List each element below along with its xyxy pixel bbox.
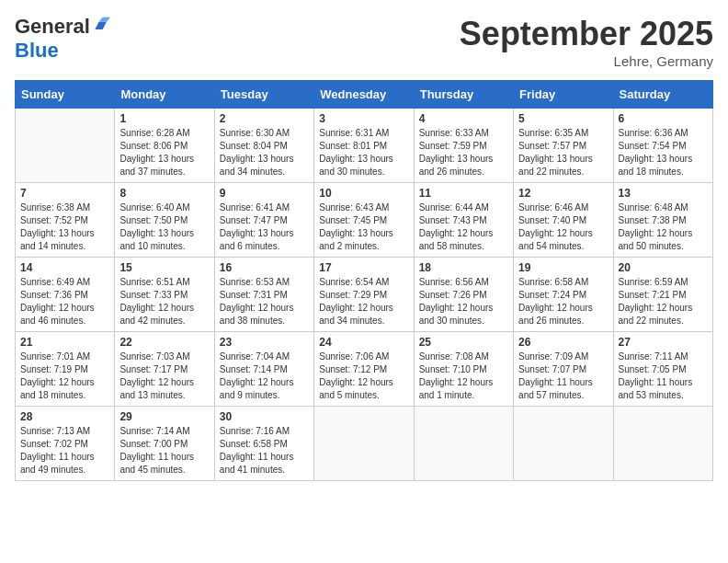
day-info: Sunrise: 6:49 AM Sunset: 7:36 PM Dayligh… <box>20 276 109 327</box>
day-info: Sunrise: 7:01 AM Sunset: 7:19 PM Dayligh… <box>20 350 109 402</box>
day-number: 3 <box>319 112 408 125</box>
calendar-header-row: SundayMondayTuesdayWednesdayThursdayFrid… <box>16 81 713 109</box>
day-info: Sunrise: 6:35 AM Sunset: 7:57 PM Dayligh… <box>518 127 608 178</box>
day-number: 30 <box>220 410 309 423</box>
calendar-header-monday: Monday <box>115 81 214 109</box>
day-number: 23 <box>220 336 309 349</box>
calendar-cell: 19Sunrise: 6:58 AM Sunset: 7:24 PM Dayli… <box>514 258 613 332</box>
day-info: Sunrise: 6:46 AM Sunset: 7:40 PM Dayligh… <box>518 201 608 253</box>
calendar-table: SundayMondayTuesdayWednesdayThursdayFrid… <box>15 80 713 481</box>
day-number: 17 <box>319 261 408 274</box>
day-info: Sunrise: 7:09 AM Sunset: 7:07 PM Dayligh… <box>518 350 608 402</box>
day-number: 26 <box>518 336 608 349</box>
day-info: Sunrise: 6:31 AM Sunset: 8:01 PM Dayligh… <box>319 127 408 178</box>
day-number: 5 <box>518 112 608 125</box>
day-info: Sunrise: 6:48 AM Sunset: 7:38 PM Dayligh… <box>619 201 708 253</box>
day-number: 28 <box>20 410 109 423</box>
calendar-cell: 21Sunrise: 7:01 AM Sunset: 7:19 PM Dayli… <box>16 332 115 407</box>
day-info: Sunrise: 7:11 AM Sunset: 7:05 PM Dayligh… <box>619 350 708 402</box>
calendar-cell <box>414 407 513 481</box>
day-number: 21 <box>20 336 109 349</box>
calendar-header-wednesday: Wednesday <box>314 81 414 109</box>
calendar-cell <box>613 407 712 481</box>
location: Lehre, Germany <box>460 53 713 69</box>
day-number: 16 <box>220 261 309 274</box>
day-number: 15 <box>119 261 209 274</box>
calendar-cell: 28Sunrise: 7:13 AM Sunset: 7:02 PM Dayli… <box>16 407 115 481</box>
day-info: Sunrise: 6:33 AM Sunset: 7:59 PM Dayligh… <box>419 127 508 178</box>
calendar-cell: 7Sunrise: 6:38 AM Sunset: 7:52 PM Daylig… <box>16 183 115 258</box>
calendar-cell: 13Sunrise: 6:48 AM Sunset: 7:38 PM Dayli… <box>613 183 712 258</box>
day-number: 2 <box>220 112 309 125</box>
day-info: Sunrise: 6:41 AM Sunset: 7:47 PM Dayligh… <box>220 201 309 253</box>
calendar-cell: 26Sunrise: 7:09 AM Sunset: 7:07 PM Dayli… <box>514 332 613 407</box>
day-number: 8 <box>119 187 209 200</box>
calendar-header-sunday: Sunday <box>16 81 115 109</box>
day-info: Sunrise: 6:51 AM Sunset: 7:33 PM Dayligh… <box>119 276 209 327</box>
calendar-cell: 9Sunrise: 6:41 AM Sunset: 7:47 PM Daylig… <box>214 183 313 258</box>
month-title: September 2025 <box>460 15 713 53</box>
day-number: 14 <box>20 261 109 274</box>
calendar-cell: 5Sunrise: 6:35 AM Sunset: 7:57 PM Daylig… <box>514 109 613 183</box>
calendar-cell: 4Sunrise: 6:33 AM Sunset: 7:59 PM Daylig… <box>414 109 513 183</box>
day-number: 25 <box>419 336 508 349</box>
calendar-header-friday: Friday <box>514 81 613 109</box>
day-info: Sunrise: 6:58 AM Sunset: 7:24 PM Dayligh… <box>518 276 608 327</box>
calendar-cell: 30Sunrise: 7:16 AM Sunset: 6:58 PM Dayli… <box>214 407 313 481</box>
calendar-cell: 29Sunrise: 7:14 AM Sunset: 7:00 PM Dayli… <box>115 407 214 481</box>
calendar-cell <box>514 407 613 481</box>
day-info: Sunrise: 6:36 AM Sunset: 7:54 PM Dayligh… <box>619 127 708 178</box>
day-number: 24 <box>319 336 408 349</box>
day-number: 18 <box>419 261 508 274</box>
calendar-cell <box>314 407 414 481</box>
calendar-cell: 12Sunrise: 6:46 AM Sunset: 7:40 PM Dayli… <box>514 183 613 258</box>
calendar-header-saturday: Saturday <box>613 81 712 109</box>
day-number: 11 <box>419 187 508 200</box>
calendar-week-2: 7Sunrise: 6:38 AM Sunset: 7:52 PM Daylig… <box>16 183 713 258</box>
day-number: 1 <box>119 112 209 125</box>
day-number: 27 <box>619 336 708 349</box>
day-info: Sunrise: 7:13 AM Sunset: 7:02 PM Dayligh… <box>20 425 109 477</box>
calendar-cell: 14Sunrise: 6:49 AM Sunset: 7:36 PM Dayli… <box>16 258 115 332</box>
calendar-cell <box>16 109 115 183</box>
day-info: Sunrise: 7:06 AM Sunset: 7:12 PM Dayligh… <box>319 350 408 402</box>
calendar-cell: 18Sunrise: 6:56 AM Sunset: 7:26 PM Dayli… <box>414 258 513 332</box>
calendar-cell: 16Sunrise: 6:53 AM Sunset: 7:31 PM Dayli… <box>214 258 313 332</box>
day-info: Sunrise: 7:14 AM Sunset: 7:00 PM Dayligh… <box>119 425 209 477</box>
day-info: Sunrise: 7:16 AM Sunset: 6:58 PM Dayligh… <box>220 425 309 477</box>
calendar-cell: 8Sunrise: 6:40 AM Sunset: 7:50 PM Daylig… <box>115 183 214 258</box>
day-number: 7 <box>20 187 109 200</box>
day-number: 29 <box>119 410 209 423</box>
day-number: 4 <box>419 112 508 125</box>
calendar-cell: 24Sunrise: 7:06 AM Sunset: 7:12 PM Dayli… <box>314 332 414 407</box>
day-number: 20 <box>619 261 708 274</box>
calendar-week-1: 1Sunrise: 6:28 AM Sunset: 8:06 PM Daylig… <box>16 109 713 183</box>
calendar-cell: 27Sunrise: 7:11 AM Sunset: 7:05 PM Dayli… <box>613 332 712 407</box>
day-number: 9 <box>220 187 309 200</box>
calendar-cell: 23Sunrise: 7:04 AM Sunset: 7:14 PM Dayli… <box>214 332 313 407</box>
day-number: 19 <box>518 261 608 274</box>
calendar-cell: 2Sunrise: 6:30 AM Sunset: 8:04 PM Daylig… <box>214 109 313 183</box>
day-number: 22 <box>119 336 209 349</box>
logo-general-text: General <box>15 15 90 39</box>
day-info: Sunrise: 6:28 AM Sunset: 8:06 PM Dayligh… <box>119 127 209 178</box>
calendar-cell: 22Sunrise: 7:03 AM Sunset: 7:17 PM Dayli… <box>115 332 214 407</box>
day-info: Sunrise: 6:44 AM Sunset: 7:43 PM Dayligh… <box>419 201 508 253</box>
day-number: 13 <box>619 187 708 200</box>
day-number: 12 <box>518 187 608 200</box>
title-block: September 2025 Lehre, Germany <box>460 15 713 69</box>
day-info: Sunrise: 7:04 AM Sunset: 7:14 PM Dayligh… <box>220 350 309 402</box>
day-info: Sunrise: 6:54 AM Sunset: 7:29 PM Dayligh… <box>319 276 408 327</box>
logo: General Blue <box>15 15 110 63</box>
svg-marker-1 <box>98 17 110 22</box>
calendar-cell: 15Sunrise: 6:51 AM Sunset: 7:33 PM Dayli… <box>115 258 214 332</box>
day-info: Sunrise: 6:43 AM Sunset: 7:45 PM Dayligh… <box>319 201 408 253</box>
calendar-cell: 1Sunrise: 6:28 AM Sunset: 8:06 PM Daylig… <box>115 109 214 183</box>
calendar-week-4: 21Sunrise: 7:01 AM Sunset: 7:19 PM Dayli… <box>16 332 713 407</box>
page-header: General Blue September 2025 Lehre, Germa… <box>15 15 713 69</box>
day-number: 6 <box>619 112 708 125</box>
day-number: 10 <box>319 187 408 200</box>
day-info: Sunrise: 6:40 AM Sunset: 7:50 PM Dayligh… <box>119 201 209 253</box>
calendar-cell: 11Sunrise: 6:44 AM Sunset: 7:43 PM Dayli… <box>414 183 513 258</box>
day-info: Sunrise: 6:59 AM Sunset: 7:21 PM Dayligh… <box>619 276 708 327</box>
